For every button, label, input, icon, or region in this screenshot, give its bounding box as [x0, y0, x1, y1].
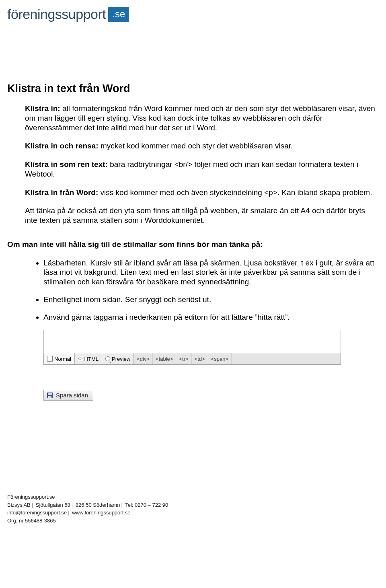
footer-contact-line: info@foreningssupport.se| www.foreningss…	[7, 509, 379, 517]
page-footer: Föreningssupport.se Bizsys AB| Sjötullga…	[7, 493, 379, 524]
list-item: Läsbarheten. Kursiv stil är ibland svår …	[43, 258, 379, 287]
footer-street: Sjötullgatan 68	[36, 502, 70, 508]
tips-list: Läsbarheten. Kursiv stil är ibland svår …	[7, 258, 379, 322]
save-button-label: Spara sidan	[56, 392, 88, 399]
paragraph-klistra-in-ren-text: Klistra in som ren text: bara radbrytnin…	[25, 160, 379, 179]
label-klistra-in-word: Klistra in från Word:	[25, 188, 98, 197]
logo-badge: .se	[108, 7, 129, 22]
editor-screenshot: Normal <> HTML Preview <div> <table> <tr…	[43, 330, 341, 365]
page-icon	[47, 356, 53, 362]
tab-normal-label: Normal	[54, 356, 71, 362]
label-klistra-in-ren-text: Klistra in som ren text:	[25, 160, 108, 169]
tag-button-table[interactable]: <table>	[153, 353, 176, 364]
footer-address-line: Bizsys AB| Sjötullgatan 68| 826 50 Söder…	[7, 501, 379, 509]
footer-web: www.foreningssupport.se	[72, 510, 130, 516]
footer-site: Föreningssupport.se	[7, 493, 379, 501]
floppy-icon	[47, 393, 53, 398]
site-logo: föreningssupport .se	[7, 6, 379, 22]
tag-button-span[interactable]: <span>	[208, 353, 232, 364]
code-icon: <>	[78, 356, 83, 361]
footer-company: Bizsys AB	[7, 502, 31, 508]
paragraph-klistra-in-rensa: Klistra in och rensa: mycket kod kommer …	[25, 141, 379, 151]
text-klistra-in: all formateringskod från Word kommer med…	[25, 104, 375, 132]
footer-tel: Tel: 0270 – 722 90	[125, 502, 168, 508]
footer-zipcity: 826 50 Söderhamn	[76, 502, 120, 508]
list-item: Enhetlighet inom sidan. Ser snyggt och s…	[43, 295, 379, 304]
text-klistra-in-rensa: mycket kod kommer med och styr det webbl…	[99, 142, 293, 150]
tag-button-div[interactable]: <div>	[134, 353, 153, 364]
label-klistra-in: Klistra in:	[25, 104, 60, 113]
page-title: Klistra in text från Word	[7, 82, 379, 95]
tab-html[interactable]: <> HTML	[75, 353, 102, 364]
list-heading: Om man inte vill hålla sig till de stilm…	[7, 240, 379, 249]
tab-preview-label: Preview	[112, 356, 130, 362]
paragraph-note-a4: Att tänka på är också att den yta som fi…	[25, 206, 379, 225]
tab-preview[interactable]: Preview	[102, 353, 134, 364]
editor-tabbar: Normal <> HTML Preview <div> <table> <tr…	[43, 353, 341, 365]
save-button[interactable]: Spara sidan	[43, 390, 93, 401]
tab-normal[interactable]: Normal	[44, 353, 75, 364]
magnifier-icon	[105, 356, 110, 361]
text-klistra-in-word: viss kod kommer med och även styckeindel…	[98, 188, 372, 197]
footer-org: Org. nr 556488-3865	[7, 517, 379, 525]
list-item: Använd gärna taggarna i nederkanten på e…	[43, 313, 379, 322]
list-heading-text: Om man inte vill hålla sig till de stilm…	[7, 240, 263, 249]
tab-html-label: HTML	[84, 356, 99, 362]
paragraph-klistra-in: Klistra in: all formateringskod från Wor…	[25, 104, 379, 132]
paragraph-klistra-in-word: Klistra in från Word: viss kod kommer me…	[25, 188, 379, 197]
tag-button-td[interactable]: <td>	[192, 353, 208, 364]
editor-canvas	[43, 330, 341, 353]
footer-email: info@foreningssupport.se	[7, 510, 67, 516]
tag-button-tr[interactable]: <tr>	[176, 353, 191, 364]
label-klistra-in-rensa: Klistra in och rensa:	[25, 142, 99, 150]
logo-text: föreningssupport	[7, 6, 106, 22]
